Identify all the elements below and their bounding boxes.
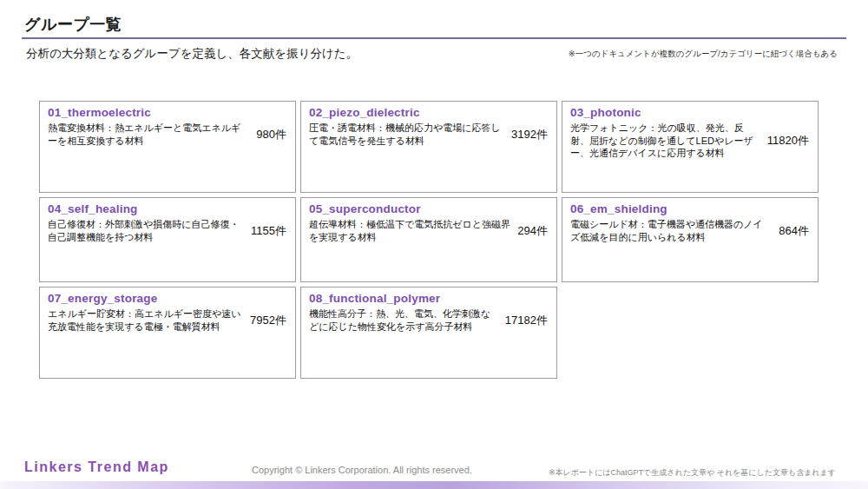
group-card-count: 980件	[249, 127, 286, 142]
group-card-title: 05_superconductor	[309, 202, 548, 215]
group-card-count: 17182件	[498, 313, 548, 328]
group-card-description: 圧電・誘電材料：機械的応力や電場に応答して電気信号を発生する材料	[309, 122, 504, 147]
group-card-body: 光学フォトニック：光の吸収、発光、反射、屈折などの制御を通してLEDやレーザー、…	[570, 122, 809, 160]
group-card-energy-storage: 07_energy_storage エネルギー貯変材：高エネルギー密度や速い充放…	[39, 287, 296, 379]
bottom-gradient-bar	[0, 481, 868, 489]
title-divider-line	[22, 37, 846, 39]
group-card-body: 熱電変換材料：熱エネルギーと電気エネルギーを相互変換する材料 980件	[48, 122, 286, 147]
group-card-body: エネルギー貯変材：高エネルギー密度や速い充放電性能を実現する電極・電解質材料 7…	[48, 307, 286, 333]
group-card-body: 自己修復材：外部刺激や損傷時に自己修復・自己調整機能を持つ材料 1155件	[48, 218, 286, 243]
page-subtitle: 分析の大分類となるグループを定義し、各文献を振り分けた。	[26, 46, 358, 62]
group-card-functional-polymer: 08_functional_polymer 機能性高分子：熱、光、電気、化学刺激…	[300, 287, 557, 379]
linkers-trend-map-logo: Linkers Trend Map	[24, 459, 169, 475]
group-card-body: 圧電・誘電材料：機械的応力や電場に応答して電気信号を発生する材料 3192件	[309, 122, 548, 147]
group-card-description: 電磁シールド材：電子機器や通信機器のノイズ低減を目的に用いられる材料	[570, 218, 772, 243]
group-card-photonic: 03_photonic 光学フォトニック：光の吸収、発光、反射、屈折などの制御を…	[562, 101, 819, 193]
group-card-thermoelectric: 01_thermoelectric 熱電変換材料：熱エネルギーと電気エネルギーを…	[39, 101, 296, 193]
group-card-piezo-dielectric: 02_piezo_dielectric 圧電・誘電材料：機械的応力や電場に応答し…	[300, 101, 557, 193]
group-card-superconductor: 05_superconductor 超伝導材料：極低温下で電気抵抗ゼロと強磁界を…	[300, 197, 557, 282]
top-right-note: ※一つのドキュメントが複数のグループ/カテゴリーに紐づく場合もある	[569, 49, 838, 60]
group-card-body: 機能性高分子：熱、光、電気、化学刺激などに応じた物性変化を示す高分子材料 171…	[309, 307, 548, 333]
group-card-title: 08_functional_polymer	[309, 292, 548, 305]
group-card-title: 07_energy_storage	[48, 292, 286, 305]
group-card-description: 機能性高分子：熱、光、電気、化学刺激などに応じた物性変化を示す高分子材料	[309, 307, 498, 333]
group-card-description: 光学フォトニック：光の吸収、発光、反射、屈折などの制御を通してLEDやレーザー、…	[570, 122, 760, 160]
group-card-description: 超伝導材料：極低温下で電気抵抗ゼロと強磁界を実現する材料	[309, 218, 510, 243]
group-card-description: 自己修復材：外部刺激や損傷時に自己修復・自己調整機能を持つ材料	[48, 218, 244, 243]
group-card-count: 864件	[772, 223, 809, 239]
group-card-title: 02_piezo_dielectric	[309, 106, 548, 119]
group-card-em-shielding: 06_em_shielding 電磁シールド材：電子機器や通信機器のノイズ低減を…	[562, 197, 819, 282]
group-card-title: 01_thermoelectric	[48, 106, 286, 119]
group-card-count: 1155件	[244, 223, 286, 239]
group-card-description: エネルギー貯変材：高エネルギー密度や速い充放電性能を実現する電極・電解質材料	[48, 307, 243, 333]
group-card-body: 電磁シールド材：電子機器や通信機器のノイズ低減を目的に用いられる材料 864件	[570, 218, 809, 243]
group-card-count: 3192件	[504, 127, 548, 142]
footer-chatgpt-note: ※本レポートにはChatGPTで生成された文章や それを基にした文章も含まれます	[549, 467, 836, 479]
group-card-count: 7952件	[243, 313, 286, 328]
group-card-body: 超伝導材料：極低温下で電気抵抗ゼロと強磁界を実現する材料 294件	[309, 218, 548, 243]
group-card-description: 熱電変換材料：熱エネルギーと電気エネルギーを相互変換する材料	[48, 122, 249, 147]
group-card-count: 294件	[510, 223, 548, 239]
group-card-title: 03_photonic	[570, 106, 809, 119]
group-card-title: 04_self_healing	[48, 202, 286, 215]
group-card-count: 11820件	[760, 133, 809, 149]
group-card-self-healing: 04_self_healing 自己修復材：外部刺激や損傷時に自己修復・自己調整…	[39, 197, 296, 282]
page-title: グループ一覧	[24, 14, 122, 35]
copyright-text: Copyright © Linkers Corporation. All rig…	[252, 465, 472, 475]
group-card-title: 06_em_shielding	[570, 202, 809, 215]
group-card-grid: 01_thermoelectric 熱電変換材料：熱エネルギーと電気エネルギーを…	[39, 101, 819, 379]
